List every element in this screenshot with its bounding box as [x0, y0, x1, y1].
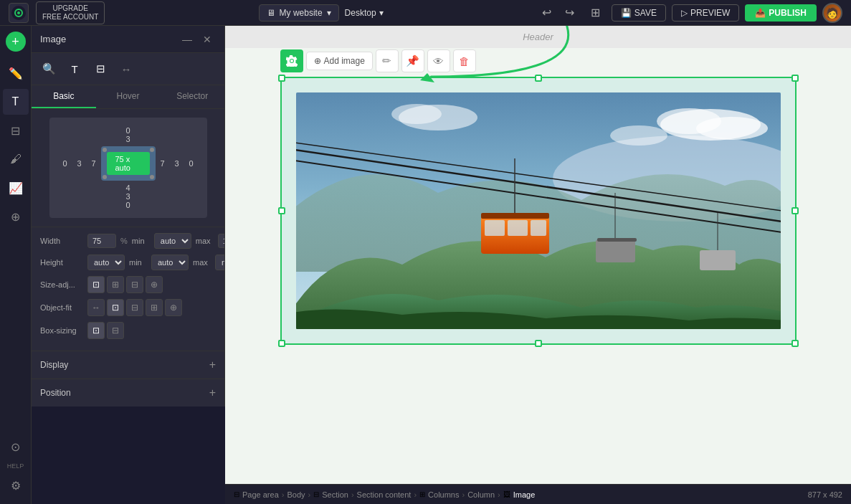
breadcrumb-column[interactable]: Column [467, 490, 495, 499]
add-element-button[interactable]: + [6, 32, 26, 52]
add-image-button[interactable]: ⊕ Add image [306, 52, 373, 70]
desktop-label: Desktop [345, 8, 376, 18]
chart-icon-button[interactable]: 📈 [3, 175, 29, 201]
box-left-inner[interactable]: 7 [87, 159, 101, 168]
properties-panel: Image — ✕ 🔍 T ⊟ ↔ Basic Hover Selector [32, 26, 225, 406]
tools-icon-button[interactable]: ✏️ [3, 60, 29, 86]
tab-selector[interactable]: Selector [160, 85, 224, 108]
size-adj-row: Size-adj... ⊡ ⊞ ⊟ ⊕ [40, 276, 216, 293]
canvas-content: ⊕ Add image ✏ 📌 👁 🗑 [225, 48, 851, 500]
viewport-selector[interactable]: Desktop ▾ [345, 8, 384, 18]
breadcrumb-section-content[interactable]: Section content [357, 490, 412, 499]
image-container[interactable] [280, 77, 797, 345]
image-toolbar: ⊕ Add image ✏ 📌 👁 🗑 [280, 49, 476, 72]
obj-fit-4[interactable]: ⊞ [146, 299, 163, 316]
box-right-mid[interactable]: 3 [170, 159, 184, 168]
box-sizing-1[interactable]: ⊡ [87, 322, 105, 339]
handle-top-right[interactable] [791, 75, 799, 82]
obj-fit-2[interactable]: ⊡ [107, 299, 124, 316]
typography-sub-button[interactable]: T [63, 57, 86, 80]
box-center-label[interactable]: 75 x auto [107, 152, 150, 175]
handle-mid-left[interactable] [278, 207, 285, 214]
handle-bottom-right[interactable] [791, 340, 799, 347]
box-top-value[interactable]: 0 [121, 126, 136, 135]
undo-redo-group: ↩ ↪ [537, 3, 580, 23]
logo-icon [11, 6, 26, 20]
publish-button[interactable]: 📤 PUBLISH [745, 4, 817, 22]
delete-image-button[interactable]: 🗑 [453, 49, 476, 72]
tab-hover[interactable]: Hover [96, 85, 161, 108]
handle-top-left[interactable] [278, 75, 285, 82]
width-label: Width [40, 237, 83, 245]
redo-button[interactable]: ↪ [560, 3, 580, 23]
box-bot-mid2-value[interactable]: 3 [121, 192, 136, 201]
box-right-inner[interactable]: 7 [156, 159, 170, 168]
logo-button[interactable] [9, 3, 29, 23]
avatar[interactable]: 🧑 [822, 3, 842, 23]
size-adj-3[interactable]: ⊟ [126, 276, 143, 293]
handle-mid-right[interactable] [791, 207, 799, 214]
main-layout: + ✏️ T ⊟ 🖌 📈 ⊕ ⊙ HELP ⚙ Image — ✕ 🔍 [0, 26, 851, 504]
handle-bottom-mid[interactable] [535, 340, 542, 347]
website-button[interactable]: 🖥 My website ▾ [259, 4, 339, 22]
minimize-button[interactable]: — [179, 31, 196, 48]
height-max-select[interactable]: none [215, 255, 224, 270]
size-adj-2[interactable]: ⊞ [107, 276, 124, 293]
box-left-outer[interactable]: 0 [58, 159, 72, 168]
svg-rect-14 [481, 213, 549, 219]
width-min-select[interactable]: auto [154, 233, 191, 249]
size-adj-4[interactable]: ⊕ [146, 276, 163, 293]
breadcrumb-section[interactable]: Section [322, 490, 348, 499]
size-adj-icons: ⊡ ⊞ ⊟ ⊕ [87, 276, 163, 293]
breadcrumb-image[interactable]: Image [513, 490, 536, 499]
height-select[interactable]: auto [87, 255, 125, 270]
search-sub-button[interactable]: 🔍 [37, 57, 60, 80]
breadcrumb-sep-4: › [414, 490, 417, 499]
breadcrumb-columns[interactable]: Columns [428, 490, 459, 499]
breadcrumb-body[interactable]: Body [287, 490, 305, 499]
pin-image-button[interactable]: 📌 [401, 49, 424, 72]
box-mid-top-value[interactable]: 3 [121, 135, 136, 143]
pages-button[interactable]: ⊞ [586, 3, 606, 23]
responsive-sub-button[interactable]: ↔ [115, 57, 138, 80]
box-left-mid[interactable]: 3 [72, 159, 87, 168]
box-bot-mid-value[interactable]: 4 [121, 184, 136, 192]
box-right-outer[interactable]: 0 [184, 159, 199, 168]
breadcrumb-page-area[interactable]: Page area [242, 490, 279, 499]
preview-button[interactable]: ▷ PREVIEW [672, 4, 739, 22]
obj-fit-3[interactable]: ⊟ [126, 299, 143, 316]
width-input[interactable] [87, 234, 116, 248]
components-icon-button[interactable]: ⊟ [3, 118, 29, 143]
close-panel-button[interactable]: ✕ [199, 31, 216, 48]
hide-image-button[interactable]: 👁 [427, 49, 450, 72]
svg-rect-22 [700, 250, 736, 270]
text-icon-button[interactable]: T [3, 89, 29, 115]
box-bot-value[interactable]: 0 [121, 201, 136, 209]
height-min-select[interactable]: auto [151, 255, 189, 270]
handle-bottom-left[interactable] [278, 340, 285, 347]
width-max-input[interactable] [218, 234, 224, 248]
settings-icon-button[interactable]: ⚙ [3, 472, 29, 498]
brush-icon-button[interactable]: 🖌 [3, 146, 29, 172]
save-button[interactable]: 💾 SAVE [612, 4, 666, 22]
undo-button[interactable]: ↩ [537, 3, 557, 23]
handle-top-mid[interactable] [535, 75, 542, 82]
upgrade-button[interactable]: UPGRADE FREE ACCOUNT [36, 1, 105, 24]
edit-image-button[interactable]: ✏ [376, 49, 399, 72]
tab-basic[interactable]: Basic [32, 85, 96, 108]
display-section-header[interactable]: Display + [32, 351, 224, 379]
breadcrumb-icon-columns: ⊞ [419, 490, 425, 498]
upgrade-line1: UPGRADE [42, 4, 98, 13]
svg-rect-20 [597, 238, 637, 242]
image-settings-button[interactable] [280, 49, 303, 72]
box-sizing-2[interactable]: ⊟ [107, 322, 124, 339]
topbar-actions: ↩ ↪ ⊞ 💾 SAVE ▷ PREVIEW 📤 PUBLISH 🧑 [537, 3, 842, 23]
help-icon-button[interactable]: ⊙ [3, 434, 29, 460]
obj-fit-1[interactable]: ↔ [87, 299, 105, 316]
size-adj-1[interactable]: ⊡ [87, 276, 105, 293]
layers-icon-button[interactable]: ⊕ [3, 204, 29, 229]
style-sub-button[interactable]: ⊟ [89, 57, 112, 80]
position-section-header[interactable]: Position + [32, 379, 224, 406]
svg-rect-15 [485, 220, 505, 236]
obj-fit-5[interactable]: ⊕ [165, 299, 182, 316]
